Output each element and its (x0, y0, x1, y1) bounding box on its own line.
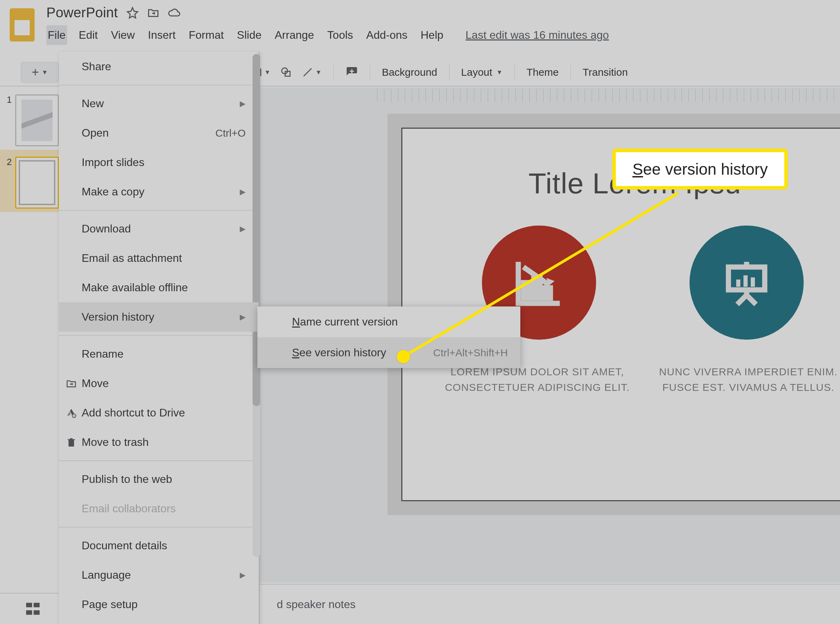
annotation-callout: See version history (612, 149, 788, 190)
annotation-dot (397, 350, 410, 363)
callout-text-underline: S (632, 160, 643, 178)
annotation-pointer-line (0, 0, 840, 624)
svg-line-21 (403, 193, 678, 357)
callout-text: ee version history (643, 160, 768, 178)
